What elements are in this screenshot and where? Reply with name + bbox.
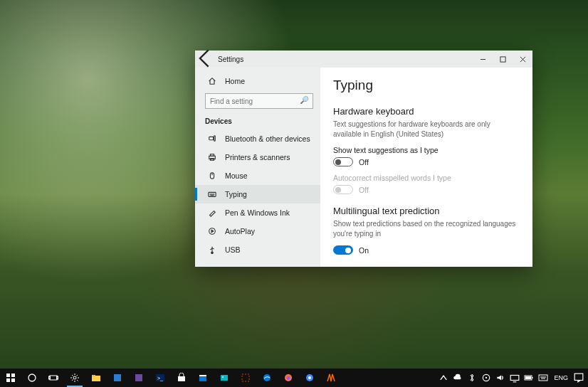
svg-rect-45	[511, 376, 520, 381]
task-view-button[interactable]	[43, 369, 64, 387]
home-nav[interactable]: Home	[195, 72, 320, 90]
svg-point-21	[28, 374, 36, 381]
nav-bluetooth[interactable]: Bluetooth & other devices	[195, 129, 320, 148]
setting-autocorrect: Autocorrect misspelled words I type Off	[333, 174, 518, 194]
nav-label: Mouse	[225, 171, 248, 180]
home-icon	[208, 77, 216, 85]
start-button[interactable]	[0, 369, 21, 387]
svg-point-40	[287, 376, 290, 380]
taskbar-edge[interactable]	[256, 369, 278, 387]
back-button[interactable]	[195, 48, 215, 70]
taskbar-explorer[interactable]	[85, 369, 107, 387]
tray-action-center-icon[interactable]	[572, 369, 585, 387]
setting-multilingual: On	[333, 245, 518, 255]
taskbar: >_ ENG	[0, 369, 588, 387]
window-titlebar: Settings	[195, 51, 532, 68]
svg-rect-32	[178, 376, 185, 381]
tray-volume-icon[interactable]	[494, 369, 507, 387]
nav-label: Pen & Windows Ink	[225, 208, 290, 217]
tray-bluetooth-icon[interactable]	[466, 369, 478, 387]
svg-rect-7	[210, 154, 214, 157]
nav-label: Printers & scanners	[225, 153, 290, 161]
nav-label: AutoPlay	[225, 227, 255, 235]
tray-language[interactable]: ENG	[551, 374, 571, 381]
svg-rect-50	[539, 375, 547, 381]
svg-rect-49	[525, 376, 531, 379]
settings-content: Typing Hardware keyboard Text suggestion…	[320, 68, 532, 267]
toggle-state: Off	[359, 186, 369, 194]
suggestions-toggle[interactable]	[333, 157, 353, 166]
nav-autoplay[interactable]: AutoPlay	[195, 222, 320, 240]
svg-point-16	[211, 252, 214, 254]
taskbar-app-3[interactable]	[320, 369, 342, 387]
tray-chevron-icon[interactable]	[437, 369, 450, 387]
hw-keyboard-hint: Text suggestions for hardware keyboards …	[333, 120, 518, 139]
taskbar-snip[interactable]	[235, 369, 256, 387]
svg-rect-29	[135, 374, 142, 381]
svg-rect-5	[214, 136, 216, 142]
taskbar-app-2[interactable]	[128, 369, 149, 387]
close-button[interactable]	[513, 51, 532, 68]
svg-rect-19	[6, 378, 10, 382]
setting-suggestions: Show text suggestions as I type Off	[333, 146, 518, 166]
nav-pen[interactable]: Pen & Windows Ink	[195, 203, 320, 222]
tray-location-icon[interactable]	[480, 369, 493, 387]
taskbar-chrome[interactable]	[299, 369, 320, 387]
multilingual-toggle[interactable]	[333, 245, 353, 255]
svg-rect-27	[92, 375, 95, 376]
maximize-button[interactable]	[493, 51, 513, 68]
taskbar-photos[interactable]	[214, 369, 235, 387]
svg-point-44	[485, 377, 487, 378]
settings-window: Settings Home 🔍 Devices	[195, 51, 532, 267]
section-multilingual: Multilingual text prediction	[333, 206, 518, 216]
tray-network-icon[interactable]	[508, 369, 521, 387]
nav-typing[interactable]: Typing	[195, 185, 320, 203]
taskbar-powershell[interactable]: >_	[149, 369, 171, 387]
pen-icon	[208, 208, 216, 217]
tray-keyboard-icon[interactable]	[537, 369, 550, 387]
svg-rect-34	[199, 375, 206, 376]
minimize-button[interactable]	[473, 51, 493, 68]
setting-label: Autocorrect misspelled words I type	[333, 174, 518, 182]
tray-onedrive-icon[interactable]	[451, 369, 464, 387]
home-label: Home	[225, 77, 245, 85]
taskbar-calendar[interactable]	[192, 369, 214, 387]
printer-icon	[208, 153, 216, 161]
section-hardware-keyboard: Hardware keyboard	[333, 106, 518, 117]
toggle-state: Off	[359, 158, 369, 166]
taskbar-app-1[interactable]	[107, 369, 128, 387]
nav-usb[interactable]: USB	[195, 240, 320, 259]
svg-point-42	[308, 376, 311, 379]
nav-label: Bluetooth & other devices	[225, 134, 310, 143]
svg-text:>_: >_	[157, 376, 163, 381]
window-title: Settings	[215, 55, 243, 63]
settings-sidebar: Home 🔍 Devices Bluetooth & other devices…	[195, 68, 320, 267]
system-tray: ENG	[437, 369, 588, 387]
taskbar-settings-app[interactable]	[64, 369, 85, 387]
svg-rect-35	[221, 375, 228, 381]
autocorrect-toggle	[333, 185, 353, 194]
tray-power-icon[interactable]	[523, 369, 535, 387]
svg-rect-18	[11, 373, 15, 377]
svg-rect-20	[11, 378, 15, 382]
taskbar-store[interactable]	[171, 369, 192, 387]
setting-label: Show text suggestions as I type	[333, 146, 518, 154]
svg-rect-4	[209, 137, 214, 139]
search-input[interactable]	[205, 93, 313, 109]
svg-rect-22	[50, 376, 57, 380]
nav-label: Typing	[225, 190, 247, 198]
cortana-button[interactable]	[21, 369, 43, 387]
svg-point-25	[73, 376, 76, 379]
nav-printers[interactable]: Printers & scanners	[195, 148, 320, 166]
nav-mouse[interactable]: Mouse	[195, 166, 320, 185]
search-icon: 🔍	[300, 96, 309, 104]
section-label: Devices	[195, 115, 320, 129]
autoplay-icon	[208, 227, 216, 235]
svg-rect-26	[92, 376, 100, 381]
svg-rect-53	[574, 373, 583, 380]
svg-rect-1	[500, 56, 505, 61]
taskbar-firefox[interactable]	[278, 369, 299, 387]
bluetooth-icon	[208, 134, 216, 143]
page-title: Typing	[333, 78, 518, 93]
toggle-state: On	[359, 246, 369, 255]
